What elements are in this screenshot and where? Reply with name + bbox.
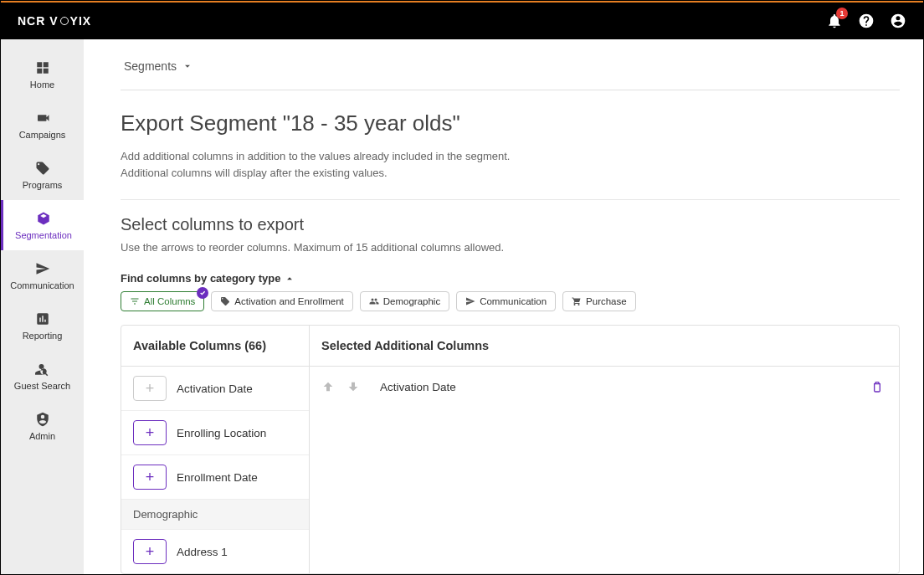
sidebar-item-programs[interactable]: Programs <box>1 150 84 200</box>
chart-icon <box>34 311 51 327</box>
help-button[interactable] <box>858 13 875 29</box>
segmentation-icon <box>35 210 52 227</box>
app-header: NCR VYIX 1 <box>1 1 923 39</box>
main-content: Segments Export Segment "18 - 35 year ol… <box>84 39 923 574</box>
sidebar-item-segmentation[interactable]: Segmentation <box>1 200 84 250</box>
section-title: Select columns to export <box>121 215 900 234</box>
cart-icon <box>572 296 582 306</box>
svg-rect-3 <box>43 69 48 74</box>
chip-purchase[interactable]: Purchase <box>562 291 636 311</box>
available-item: + Enrollment Date <box>121 455 309 500</box>
move-up-button[interactable] <box>321 380 335 393</box>
page-title: Export Segment "18 - 35 year olds" <box>121 110 900 136</box>
add-button[interactable]: + <box>133 539 167 564</box>
chip-activation[interactable]: Activation and Enrollment <box>211 291 352 311</box>
add-button[interactable]: + <box>133 465 167 490</box>
available-item: + Address 1 <box>121 530 309 573</box>
chevron-down-icon <box>182 60 193 72</box>
page-description: Add additional columns in addition to th… <box>121 148 514 181</box>
selected-item: Activation Date <box>310 367 899 407</box>
sidebar-item-campaigns[interactable]: Campaigns <box>1 100 84 150</box>
delete-button[interactable] <box>870 380 887 393</box>
selected-columns: Selected Additional Columns Activation D… <box>310 326 899 573</box>
svg-rect-0 <box>37 62 42 67</box>
find-columns-toggle[interactable]: Find columns by category type <box>121 272 900 285</box>
sidebar-item-home[interactable]: Home <box>1 49 84 100</box>
chip-all-columns[interactable]: All Columns <box>121 291 204 311</box>
move-down-button[interactable] <box>346 380 360 393</box>
tag-icon <box>34 160 51 177</box>
tag-icon <box>220 296 230 306</box>
person-search-icon <box>34 361 51 377</box>
svg-rect-2 <box>37 69 42 74</box>
add-button[interactable]: + <box>133 376 167 401</box>
add-button[interactable]: + <box>133 420 167 445</box>
section-description: Use the arrows to reorder columns. Maxim… <box>121 241 900 254</box>
chip-demographic[interactable]: Demographic <box>360 291 449 311</box>
sidebar: Home Campaigns Programs Segmentation Com… <box>1 39 84 574</box>
category-chips: All Columns Activation and Enrollment De… <box>121 291 900 311</box>
check-icon <box>197 287 208 299</box>
available-header: Available Columns (66) <box>121 326 309 367</box>
notification-badge: 1 <box>836 8 848 19</box>
logo: NCR VYIX <box>18 14 91 28</box>
chip-communication[interactable]: Communication <box>456 291 556 311</box>
admin-icon <box>34 411 51 428</box>
category-header: Demographic <box>121 500 309 530</box>
sidebar-item-reporting[interactable]: Reporting <box>1 300 84 351</box>
header-actions: 1 <box>826 13 906 29</box>
account-button[interactable] <box>890 13 906 29</box>
available-item: + Activation Date <box>121 367 309 411</box>
available-columns: Available Columns (66) + Activation Date… <box>121 326 310 573</box>
breadcrumb[interactable]: Segments <box>121 39 900 90</box>
notifications-button[interactable]: 1 <box>826 13 843 29</box>
selected-item-label: Activation Date <box>380 381 456 393</box>
sidebar-item-admin[interactable]: Admin <box>1 401 84 451</box>
megaphone-icon <box>34 110 51 126</box>
sidebar-item-guest-search[interactable]: Guest Search <box>1 351 84 401</box>
people-icon <box>369 296 379 306</box>
sidebar-item-communication[interactable]: Communication <box>1 250 84 300</box>
selected-header: Selected Additional Columns <box>310 326 899 367</box>
send-icon <box>465 296 475 306</box>
home-icon <box>34 59 51 76</box>
filter-icon <box>130 296 140 306</box>
available-item: + Enrolling Location <box>121 411 309 455</box>
svg-rect-1 <box>43 62 48 67</box>
chevron-up-icon <box>284 273 295 285</box>
send-icon <box>34 260 51 277</box>
columns-panel: Available Columns (66) + Activation Date… <box>121 325 900 574</box>
logo-gear-icon <box>60 17 69 25</box>
